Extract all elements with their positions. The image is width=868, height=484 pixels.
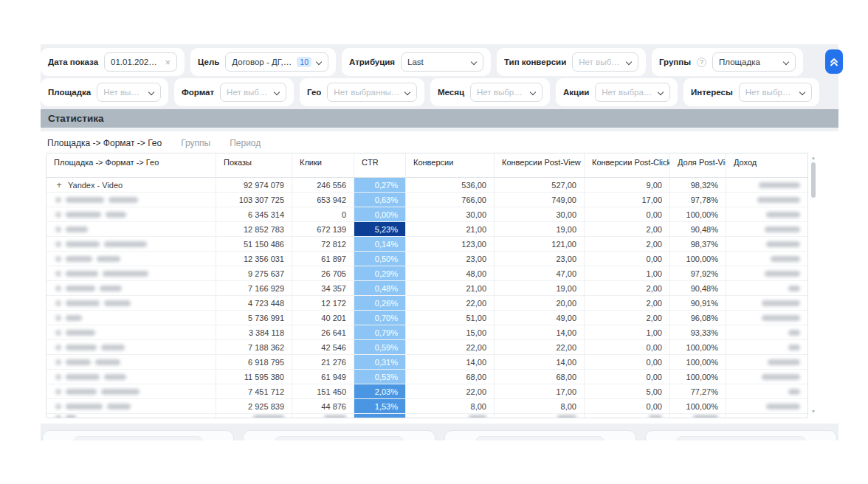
- table-row[interactable]: 4 723 44812 1720,26%22,0020,002,0090,91%: [46, 296, 807, 311]
- cell-ctr: 1,53%: [354, 399, 406, 413]
- filter-row2-3-select[interactable]: Нет выбранных зна...: [470, 83, 542, 102]
- cell-impressions: 51 150 486: [216, 237, 292, 251]
- column-header-6[interactable]: Конверсии Post-Click: [585, 153, 670, 178]
- redacted-row-name: [55, 345, 125, 350]
- redacted-text-blob: [766, 404, 800, 409]
- tab-1[interactable]: Группы: [181, 138, 210, 148]
- column-header-4[interactable]: Конверсии: [406, 153, 495, 178]
- table-row[interactable]: 7 188 36242 5460,59%22,0022,000,00100,00…: [46, 340, 807, 355]
- collapse-filters-button[interactable]: [825, 49, 843, 74]
- filter-row2-1-select[interactable]: Нет выбранных зн...: [220, 83, 286, 102]
- filter-row1-1-select[interactable]: Договор - ДГ, Договор - ...10: [225, 52, 328, 72]
- filter-row1-1-value: Договор - ДГ, Договор - ...: [232, 58, 292, 66]
- filter-row2-0-select[interactable]: Нет выбранных ...: [97, 83, 161, 102]
- row-name-cell[interactable]: [46, 340, 216, 354]
- column-header-3[interactable]: CTR: [354, 153, 406, 178]
- cell-impressions: 92 974 079: [216, 178, 292, 192]
- filter-row2-4-select[interactable]: Нет выбранных зна...: [595, 83, 670, 102]
- table-row[interactable]: 51 150 48672 8120,14%123,00121,002,0098,…: [46, 237, 807, 252]
- table-row[interactable]: 2 925 83944 8761,53%8,008,000,00100,00%: [46, 399, 807, 414]
- filter-row2-0-card: ПлощадкаНет выбранных ...: [41, 78, 168, 106]
- column-header-2[interactable]: Клики: [292, 153, 354, 178]
- redacted-revenue: [766, 241, 800, 247]
- row-name-cell[interactable]: [46, 311, 216, 325]
- row-name-cell[interactable]: [46, 252, 216, 266]
- row-name-cell[interactable]: [46, 296, 216, 310]
- column-header-8[interactable]: Доход: [726, 153, 807, 178]
- cell-revenue-redacted: [726, 311, 807, 325]
- table-row[interactable]: 7 451 712151 4502,03%22,0017,005,0077,27…: [46, 384, 807, 399]
- table-row[interactable]: 11 595 38061 9490,53%68,0068,000,00100,0…: [46, 370, 807, 384]
- redacted-revenue: [759, 182, 800, 188]
- redacted-expander-blob: [55, 227, 61, 232]
- row-name-cell[interactable]: [46, 237, 216, 251]
- row-name-cell[interactable]: [46, 222, 216, 236]
- filter-row1-2-select[interactable]: Last: [401, 52, 483, 72]
- row-name-cell[interactable]: +Yandex - Video: [46, 178, 216, 192]
- redacted-row-name: [55, 241, 147, 247]
- table-row[interactable]: 12 852 783672 1395,23%21,0019,002,0090,4…: [46, 222, 807, 237]
- cell-conversions_post_click: 2,00: [585, 222, 670, 236]
- table-row[interactable]: 9 275 63726 7050,29%48,0047,001,0097,92%: [46, 266, 807, 281]
- content-area: Дата показа01.01.2024 - 30.11.2024×ЦельД…: [41, 44, 838, 440]
- row-name-cell[interactable]: [46, 281, 216, 295]
- row-name-cell[interactable]: [46, 355, 216, 369]
- redacted-text-blob: [766, 212, 800, 218]
- cell-conversions_post_view: 14,00: [495, 355, 585, 369]
- row-name-cell[interactable]: [46, 384, 216, 398]
- table-row-partial[interactable]: [46, 414, 807, 418]
- filter-row1-0-select[interactable]: 01.01.2024 - 30.11.2024×: [104, 52, 177, 72]
- table-row[interactable]: 103 307 725653 9420,63%766,00749,0017,00…: [46, 193, 807, 207]
- table-row[interactable]: 7 166 92934 3570,48%21,0019,002,0090,48%: [46, 281, 807, 296]
- redacted-text-blob: [97, 256, 120, 262]
- row-name-cell[interactable]: [46, 266, 216, 280]
- cell-conversions_post_click: 1,00: [585, 266, 670, 280]
- table-row[interactable]: 12 356 03161 8970,50%23,0023,000,00100,0…: [46, 252, 807, 266]
- row-name-cell[interactable]: [46, 193, 216, 207]
- table-row[interactable]: 5 736 99140 2010,70%51,0049,002,0096,08%: [46, 311, 807, 325]
- help-icon[interactable]: ?: [697, 58, 706, 67]
- cell-conversions_post_click: 2,00: [585, 311, 670, 325]
- table-row[interactable]: 6 345 31400,00%30,0030,000,00100,00%: [46, 207, 807, 222]
- cell-share_post_view: 97,78%: [670, 193, 726, 207]
- row-name-cell[interactable]: [46, 325, 216, 339]
- table-row[interactable]: +Yandex - Video92 974 079246 5560,27%536…: [46, 178, 807, 193]
- cell-revenue-redacted: [726, 252, 807, 266]
- filter-row2-1-card: ФорматНет выбранных зн...: [174, 78, 294, 106]
- column-header-1[interactable]: Показы: [216, 153, 292, 178]
- cell-clicks: 246 556: [292, 178, 354, 192]
- clear-icon[interactable]: ×: [165, 58, 170, 67]
- tab-2[interactable]: Период: [230, 138, 261, 148]
- table-row[interactable]: 3 384 11826 6410,79%15,0014,001,0093,33%: [46, 325, 807, 340]
- collapsed-widget-card[interactable]: [444, 430, 636, 440]
- filter-row2-2-card: ГеоНет выбранных значен...: [300, 78, 424, 106]
- scroll-down-icon[interactable]: ▼: [810, 409, 816, 415]
- collapsed-widget-card[interactable]: [645, 430, 837, 440]
- cell-conversions_post_click: 5,00: [585, 384, 670, 398]
- row-name-cell[interactable]: [46, 370, 216, 384]
- cell-conversions_post_click: 17,00: [585, 193, 670, 207]
- row-name-cell[interactable]: [46, 399, 216, 413]
- tab-0[interactable]: Площадка -> Формат -> Гео: [47, 138, 162, 148]
- column-header-7[interactable]: Доля Post-View: [670, 153, 726, 178]
- filter-row2-2-select[interactable]: Нет выбранных значен...: [327, 83, 417, 102]
- row-name-cell[interactable]: [46, 207, 216, 221]
- filter-row1-3-select[interactable]: Нет выбранных зн...: [572, 52, 638, 72]
- expand-row-icon[interactable]: +: [55, 180, 63, 190]
- column-header-5[interactable]: Конверсии Post-View: [495, 153, 585, 178]
- redacted-text-blob: [108, 197, 138, 203]
- filter-row1-4-select[interactable]: Площадка: [712, 52, 796, 72]
- table-scrollbar[interactable]: ▲ ▼: [810, 155, 816, 415]
- cell-conversions_post_view: 14,00: [495, 325, 585, 339]
- table-row[interactable]: 6 918 79521 2760,31%14,0014,000,00100,00…: [46, 355, 807, 370]
- statistics-panel: Площадка -> Формат -> ГеоГруппыПериод Пл…: [41, 131, 838, 424]
- column-header-0[interactable]: Площадка -> Формат -> Гео: [46, 153, 216, 178]
- scroll-up-icon[interactable]: ▲: [810, 155, 816, 161]
- collapsed-widget-card[interactable]: [42, 430, 234, 440]
- filter-row1-4-label: Группы: [659, 58, 691, 66]
- filter-row2-5-select[interactable]: Нет выбранных ...: [739, 83, 812, 102]
- scrollbar-thumb[interactable]: [811, 162, 816, 198]
- redacted-text-blob: [253, 415, 284, 419]
- cell-conversions_post_view: 49,00: [495, 311, 585, 325]
- collapsed-widget-card[interactable]: [243, 430, 435, 440]
